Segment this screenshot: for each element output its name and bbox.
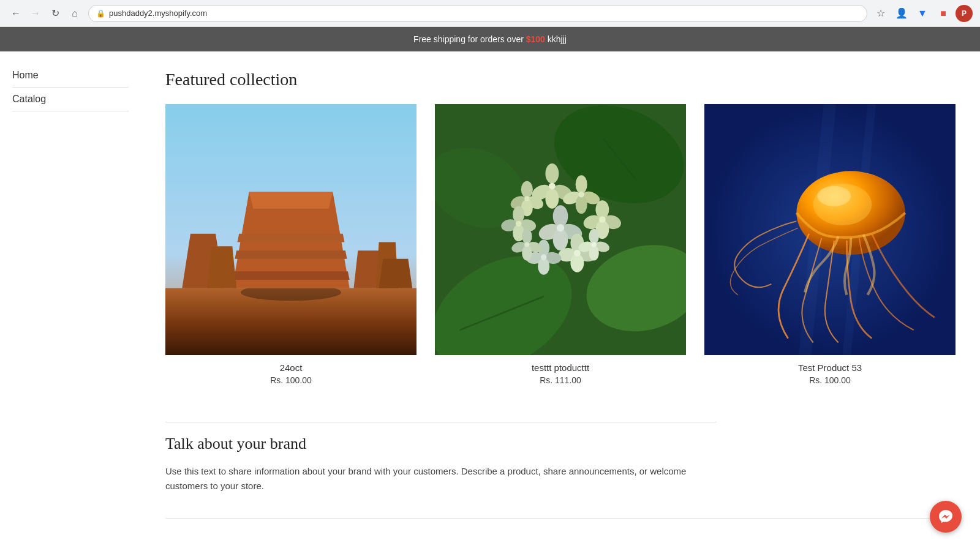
product-2-price: Rs. 111.00 [435,375,686,385]
lock-icon: 🔒 [96,9,105,18]
main-content: Featured collection [141,51,980,546]
svg-point-24 [545,189,559,209]
browser-actions: ☆ 👤 ▼ ■ P [872,5,973,22]
product-3-name: Test Product 53 [704,362,956,373]
sidebar: Home Catalog [0,51,141,546]
svg-point-43 [513,206,524,223]
home-button[interactable]: ⌂ [66,5,83,22]
svg-point-70 [524,242,529,247]
sidebar-item-catalog[interactable]: Catalog [12,88,129,111]
profile-icon[interactable]: 👤 [893,5,910,22]
product-1-name: 24oct [165,362,417,373]
svg-point-29 [576,195,587,214]
avatar[interactable]: P [956,5,973,22]
svg-point-28 [576,175,587,193]
svg-point-65 [592,242,597,247]
svg-point-55 [574,250,581,257]
product-card-2[interactable]: testtt ptoducttt Rs. 111.00 [435,104,686,385]
svg-marker-7 [235,250,347,259]
svg-point-40 [599,216,606,223]
svg-point-33 [521,181,533,198]
svg-marker-6 [232,271,349,280]
announcement-bar: Free shipping for orders over $100 kkhjj… [0,27,980,51]
product-1-price: Rs. 100.00 [165,375,417,385]
svg-point-48 [553,205,568,227]
svg-point-30 [578,192,584,198]
svg-point-68 [522,229,532,244]
sidebar-item-home[interactable]: Home [12,70,129,88]
svg-marker-5 [249,192,333,209]
svg-point-54 [570,254,584,272]
brand-title: Talk about your brand [165,435,717,453]
bookmark-button[interactable]: ☆ [872,5,889,22]
svg-point-69 [522,246,532,261]
svg-point-45 [516,221,522,227]
featured-collection-section: Featured collection [165,70,956,385]
product-image-1 [165,104,417,355]
product-card-3[interactable]: Test Product 53 Rs. 100.00 [704,104,956,385]
back-button[interactable]: ← [7,5,24,22]
product-grid: 24oct Rs. 100.00 [165,104,956,385]
announcement-text-before: Free shipping for orders over [413,34,526,44]
featured-collection-title: Featured collection [165,70,956,89]
announcement-text-after: kkhjjj [545,34,567,44]
svg-point-60 [541,254,547,260]
desert-svg [165,104,417,355]
svg-point-49 [553,229,568,251]
svg-point-35 [524,196,529,201]
product-card-1[interactable]: 24oct Rs. 100.00 [165,104,417,385]
messenger-icon [938,509,954,525]
svg-point-64 [589,246,598,261]
svg-point-76 [818,186,851,206]
jellyfish-svg [704,104,956,355]
forward-button[interactable]: → [27,5,44,22]
product-image-3 [704,104,956,355]
svg-marker-10 [207,246,236,288]
svg-marker-13 [379,259,413,288]
brand-section: Talk about your brand Use this text to s… [165,422,717,493]
footer-divider [165,518,956,519]
address-bar[interactable]: 🔒 pushdaddy2.myshopify.com [88,5,867,22]
page-layout: Home Catalog Featured collection [0,51,980,546]
svg-point-59 [538,258,549,274]
product-3-price: Rs. 100.00 [704,375,956,385]
product-image-2 [435,104,686,355]
svg-point-25 [549,182,556,189]
url-text: pushdaddy2.myshopify.com [109,9,207,18]
svg-marker-8 [238,234,345,242]
browser-nav-buttons: ← → ↻ ⌂ [7,5,83,22]
extension-2[interactable]: ■ [935,5,952,22]
svg-point-63 [589,229,598,244]
announcement-highlight: $100 [526,34,545,44]
browser-chrome: ← → ↻ ⌂ 🔒 pushdaddy2.myshopify.com ☆ 👤 ▼… [0,0,980,27]
flower-svg [435,104,686,355]
reload-button[interactable]: ↻ [47,5,64,22]
svg-point-50 [557,224,564,231]
brand-description: Use this text to share information about… [165,464,717,493]
svg-point-23 [545,163,559,184]
extension-1[interactable]: ▼ [914,5,931,22]
product-2-name: testtt ptoducttt [435,362,686,373]
svg-point-38 [595,200,609,219]
messenger-fab[interactable] [930,501,962,533]
